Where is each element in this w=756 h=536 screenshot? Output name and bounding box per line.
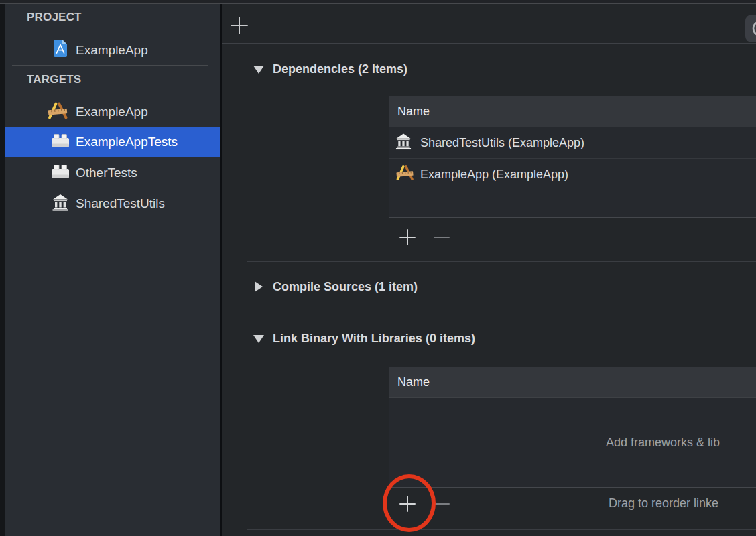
magnifier-icon — [745, 15, 756, 42]
xcode-project-icon — [52, 39, 68, 60]
link-binary-table: Name Add frameworks & lib — [389, 367, 756, 488]
dependencies-section-header[interactable]: Dependencies (2 items) — [253, 62, 521, 78]
filter-button[interactable] — [745, 15, 756, 42]
section-title: Compile Sources (1 item) — [273, 280, 418, 294]
dependencies-remove-button[interactable] — [434, 228, 450, 246]
link-binary-section-header[interactable]: Link Binary With Libraries (0 items) — [253, 332, 562, 348]
dependencies-table: Name SharedTestUtils (ExampleApp) — [389, 96, 756, 218]
library-target-icon — [52, 194, 69, 214]
library-target-icon — [395, 133, 412, 153]
disclosure-triangle-expanded-icon[interactable] — [253, 335, 264, 343]
section-title: Link Binary With Libraries (0 items) — [273, 332, 475, 346]
sidebar-item-label: ExampleAppTests — [76, 127, 178, 157]
test-bundle-icon — [51, 133, 70, 150]
link-binary-table-header: Name — [389, 367, 756, 398]
section-divider — [247, 261, 756, 262]
section-divider — [247, 529, 756, 530]
annotation-circle — [383, 474, 436, 532]
link-binary-remove-button[interactable] — [434, 495, 450, 513]
sidebar-item-project-exampleapp[interactable]: ExampleApp — [5, 35, 220, 64]
drag-reorder-hint: Drag to reorder linke — [609, 496, 718, 511]
empty-table-hint: Add frameworks & lib — [606, 436, 720, 450]
targets-section-header: TARGETS — [27, 73, 81, 86]
window-left-edge — [0, 0, 5, 536]
app-target-icon — [395, 165, 415, 184]
section-divider — [247, 310, 756, 310]
sidebar-divider — [12, 65, 208, 66]
column-header-name: Name — [397, 367, 430, 397]
app-target-icon — [46, 101, 69, 122]
sidebar-item-label: ExampleApp — [76, 35, 148, 65]
build-phases-pane: Dependencies (2 items) Name — [222, 0, 756, 536]
plus-icon — [230, 16, 249, 35]
disclosure-triangle-collapsed-icon[interactable] — [255, 281, 263, 292]
xcode-project-editor: PROJECT ExampleApp TARGETS — [0, 0, 756, 536]
sidebar-item-label: SharedTestUtils — [76, 188, 165, 218]
disclosure-triangle-expanded-icon[interactable] — [253, 66, 264, 74]
window-top-border — [0, 0, 756, 4]
table-row-label: SharedTestUtils (ExampleApp) — [420, 127, 584, 158]
add-build-phase-button[interactable] — [230, 16, 249, 35]
sidebar-item-label: OtherTests — [76, 157, 137, 188]
minus-icon — [434, 228, 450, 246]
sidebar-item-target-sharedtestutils[interactable]: SharedTestUtils — [5, 188, 220, 218]
sidebar-item-label: ExampleApp — [76, 96, 148, 127]
build-phases-toolbar — [222, 4, 756, 44]
table-row-exampleapp[interactable]: ExampleApp (ExampleApp) — [389, 159, 756, 190]
column-header-name: Name — [397, 96, 430, 127]
sidebar-item-target-exampleapptests[interactable]: ExampleAppTests — [5, 127, 220, 157]
dependencies-table-header: Name — [389, 96, 756, 127]
section-title: Dependencies (2 items) — [273, 62, 407, 76]
project-section-header: PROJECT — [27, 11, 82, 24]
targets-sidebar: PROJECT ExampleApp TARGETS — [0, 0, 220, 536]
table-row-label: ExampleApp (ExampleApp) — [420, 159, 568, 190]
dependencies-add-button[interactable] — [399, 228, 416, 246]
table-row-sharedtestutils[interactable]: SharedTestUtils (ExampleApp) — [389, 127, 756, 159]
plus-icon — [399, 228, 416, 246]
compile-sources-section-header[interactable]: Compile Sources (1 item) — [253, 280, 521, 296]
test-bundle-icon — [51, 164, 70, 181]
sidebar-item-target-othertests[interactable]: OtherTests — [5, 157, 220, 188]
sidebar-item-target-exampleapp[interactable]: ExampleApp — [5, 96, 220, 127]
minus-icon — [434, 495, 450, 513]
